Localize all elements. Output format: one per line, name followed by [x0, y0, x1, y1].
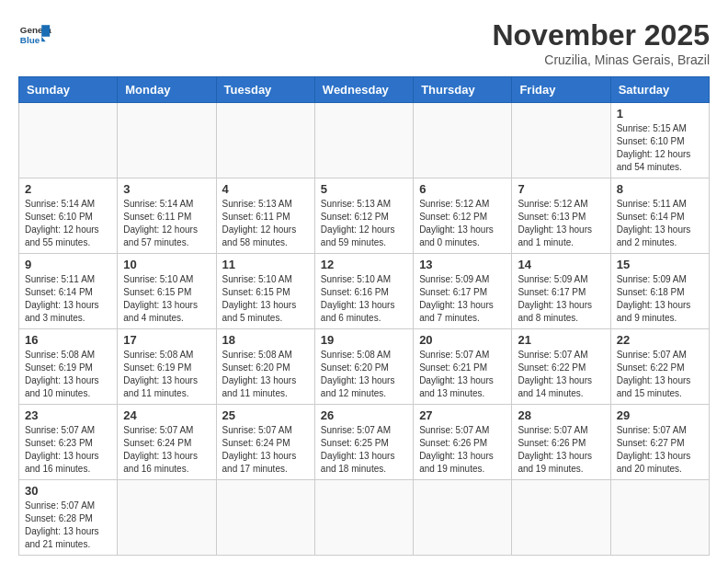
day-number: 14: [518, 258, 604, 271]
calendar-cell: [216, 480, 314, 556]
day-number: 12: [321, 258, 407, 271]
day-info: Sunrise: 5:07 AM Sunset: 6:22 PM Dayligh…: [617, 349, 703, 400]
calendar-cell: [314, 103, 413, 178]
day-info: Sunrise: 5:11 AM Sunset: 6:14 PM Dayligh…: [617, 198, 703, 249]
day-info: Sunrise: 5:09 AM Sunset: 6:17 PM Dayligh…: [419, 273, 506, 325]
day-number: 27: [419, 408, 506, 422]
calendar-cell: 21Sunrise: 5:07 AM Sunset: 6:22 PM Dayli…: [512, 329, 610, 405]
day-info: Sunrise: 5:08 AM Sunset: 6:19 PM Dayligh…: [123, 349, 210, 400]
calendar-cell: 17Sunrise: 5:08 AM Sunset: 6:19 PM Dayli…: [118, 329, 216, 405]
calendar-cell: 14Sunrise: 5:09 AM Sunset: 6:17 PM Dayli…: [512, 254, 610, 329]
day-number: 11: [222, 258, 309, 271]
calendar-cell: 6Sunrise: 5:12 AM Sunset: 6:12 PM Daylig…: [414, 178, 512, 254]
calendar-cell: 25Sunrise: 5:07 AM Sunset: 6:24 PM Dayli…: [216, 405, 314, 480]
calendar-cell: [19, 103, 118, 178]
calendar-cell: 11Sunrise: 5:10 AM Sunset: 6:15 PM Dayli…: [216, 254, 314, 329]
calendar-cell: 30Sunrise: 5:07 AM Sunset: 6:28 PM Dayli…: [19, 480, 118, 556]
calendar-cell: [512, 480, 610, 556]
day-number: 21: [518, 333, 604, 347]
location: Cruzilia, Minas Gerais, Brazil: [492, 52, 710, 67]
calendar-week-row: 9Sunrise: 5:11 AM Sunset: 6:14 PM Daylig…: [19, 254, 710, 329]
calendar-cell: 28Sunrise: 5:07 AM Sunset: 6:26 PM Dayli…: [512, 405, 610, 480]
calendar-table: SundayMondayTuesdayWednesdayThursdayFrid…: [18, 76, 710, 556]
calendar-cell: 8Sunrise: 5:11 AM Sunset: 6:14 PM Daylig…: [610, 178, 709, 254]
weekday-header: Friday: [512, 77, 610, 103]
day-info: Sunrise: 5:07 AM Sunset: 6:21 PM Dayligh…: [419, 349, 506, 400]
day-number: 8: [617, 182, 703, 196]
calendar-cell: 18Sunrise: 5:08 AM Sunset: 6:20 PM Dayli…: [216, 329, 314, 405]
day-number: 20: [419, 333, 506, 347]
calendar-cell: 4Sunrise: 5:13 AM Sunset: 6:11 PM Daylig…: [216, 178, 314, 254]
day-number: 28: [518, 408, 604, 422]
calendar-cell: 24Sunrise: 5:07 AM Sunset: 6:24 PM Dayli…: [118, 405, 216, 480]
weekday-header: Saturday: [610, 77, 709, 103]
day-info: Sunrise: 5:10 AM Sunset: 6:16 PM Dayligh…: [321, 273, 407, 325]
calendar-cell: [414, 103, 512, 178]
day-info: Sunrise: 5:07 AM Sunset: 6:23 PM Dayligh…: [25, 424, 111, 476]
calendar-cell: 23Sunrise: 5:07 AM Sunset: 6:23 PM Dayli…: [19, 405, 118, 480]
day-info: Sunrise: 5:08 AM Sunset: 6:19 PM Dayligh…: [25, 349, 111, 400]
day-info: Sunrise: 5:07 AM Sunset: 6:26 PM Dayligh…: [419, 424, 506, 476]
day-info: Sunrise: 5:07 AM Sunset: 6:28 PM Dayligh…: [25, 500, 111, 551]
day-number: 6: [419, 182, 506, 196]
weekday-header: Tuesday: [216, 77, 314, 103]
day-info: Sunrise: 5:14 AM Sunset: 6:10 PM Dayligh…: [25, 198, 111, 249]
weekday-header: Monday: [118, 77, 216, 103]
month-title: November 2025: [492, 18, 710, 52]
day-number: 16: [25, 333, 111, 347]
day-info: Sunrise: 5:10 AM Sunset: 6:15 PM Dayligh…: [123, 273, 210, 325]
weekday-header: Wednesday: [314, 77, 413, 103]
day-info: Sunrise: 5:08 AM Sunset: 6:20 PM Dayligh…: [321, 349, 407, 400]
day-info: Sunrise: 5:07 AM Sunset: 6:24 PM Dayligh…: [222, 424, 309, 476]
day-number: 22: [617, 333, 703, 347]
day-info: Sunrise: 5:07 AM Sunset: 6:25 PM Dayligh…: [321, 424, 407, 476]
svg-marker-2: [41, 25, 50, 37]
svg-text:Blue: Blue: [20, 35, 40, 45]
calendar-cell: 16Sunrise: 5:08 AM Sunset: 6:19 PM Dayli…: [19, 329, 118, 405]
svg-marker-3: [41, 37, 46, 41]
title-block: November 2025 Cruzilia, Minas Gerais, Br…: [492, 18, 710, 67]
day-number: 26: [321, 408, 407, 422]
day-info: Sunrise: 5:14 AM Sunset: 6:11 PM Dayligh…: [123, 198, 210, 249]
calendar-week-row: 16Sunrise: 5:08 AM Sunset: 6:19 PM Dayli…: [19, 329, 710, 405]
day-number: 17: [123, 333, 210, 347]
day-number: 7: [518, 182, 604, 196]
calendar-cell: 7Sunrise: 5:12 AM Sunset: 6:13 PM Daylig…: [512, 178, 610, 254]
day-number: 19: [321, 333, 407, 347]
calendar-cell: 3Sunrise: 5:14 AM Sunset: 6:11 PM Daylig…: [118, 178, 216, 254]
calendar-cell: 29Sunrise: 5:07 AM Sunset: 6:27 PM Dayli…: [610, 405, 709, 480]
day-info: Sunrise: 5:15 AM Sunset: 6:10 PM Dayligh…: [617, 122, 703, 174]
calendar-cell: [118, 480, 216, 556]
day-number: 25: [222, 408, 309, 422]
calendar-week-row: 23Sunrise: 5:07 AM Sunset: 6:23 PM Dayli…: [19, 405, 710, 480]
calendar-week-row: 30Sunrise: 5:07 AM Sunset: 6:28 PM Dayli…: [19, 480, 710, 556]
weekday-header-row: SundayMondayTuesdayWednesdayThursdayFrid…: [19, 77, 710, 103]
day-number: 24: [123, 408, 210, 422]
day-info: Sunrise: 5:07 AM Sunset: 6:26 PM Dayligh…: [518, 424, 604, 476]
day-number: 1: [617, 107, 703, 121]
day-info: Sunrise: 5:13 AM Sunset: 6:11 PM Dayligh…: [222, 198, 309, 249]
logo: General Blue: [18, 18, 51, 52]
calendar-cell: [512, 103, 610, 178]
calendar-cell: [314, 480, 413, 556]
day-number: 29: [617, 408, 703, 422]
calendar-cell: 10Sunrise: 5:10 AM Sunset: 6:15 PM Dayli…: [118, 254, 216, 329]
day-info: Sunrise: 5:13 AM Sunset: 6:12 PM Dayligh…: [321, 198, 407, 249]
day-number: 5: [321, 182, 407, 196]
calendar-cell: 19Sunrise: 5:08 AM Sunset: 6:20 PM Dayli…: [314, 329, 413, 405]
weekday-header: Thursday: [414, 77, 512, 103]
calendar-cell: [216, 103, 314, 178]
calendar-cell: [610, 480, 709, 556]
day-number: 10: [123, 258, 210, 271]
day-number: 9: [25, 258, 111, 271]
calendar-cell: 27Sunrise: 5:07 AM Sunset: 6:26 PM Dayli…: [414, 405, 512, 480]
calendar-week-row: 1Sunrise: 5:15 AM Sunset: 6:10 PM Daylig…: [19, 103, 710, 178]
page-header: General Blue November 2025 Cruzilia, Min…: [18, 18, 710, 67]
day-info: Sunrise: 5:07 AM Sunset: 6:22 PM Dayligh…: [518, 349, 604, 400]
day-number: 4: [222, 182, 309, 196]
day-info: Sunrise: 5:07 AM Sunset: 6:24 PM Dayligh…: [123, 424, 210, 476]
day-info: Sunrise: 5:12 AM Sunset: 6:12 PM Dayligh…: [419, 198, 506, 249]
calendar-cell: 12Sunrise: 5:10 AM Sunset: 6:16 PM Dayli…: [314, 254, 413, 329]
day-info: Sunrise: 5:09 AM Sunset: 6:17 PM Dayligh…: [518, 273, 604, 325]
logo-icon: General Blue: [18, 18, 51, 52]
